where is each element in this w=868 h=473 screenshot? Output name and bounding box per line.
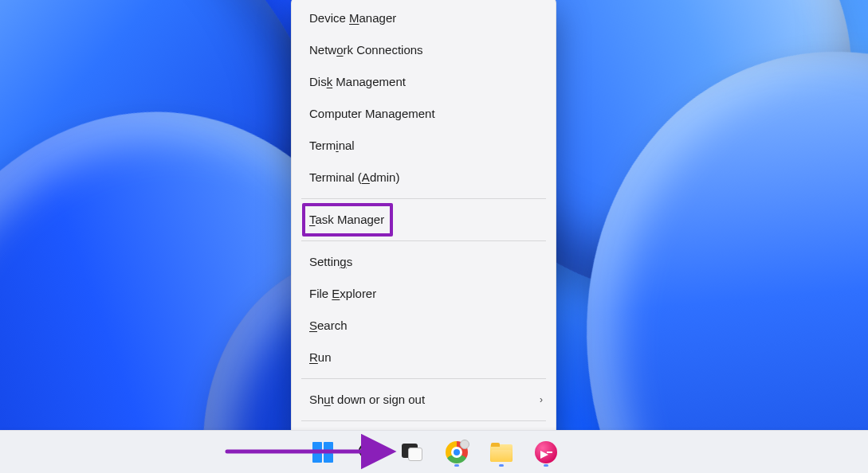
menu-item-label: Device Manager [309,11,396,25]
chrome-button[interactable] [441,436,473,468]
menu-item-label: Terminal [309,139,355,152]
menu-item-shut-down-or-sign-out[interactable]: Shut down or sign out› [292,384,556,416]
menu-item-terminal-admin-[interactable]: Terminal (Admin) [292,162,556,194]
menu-item-run[interactable]: Run [292,342,556,373]
menu-item-label: Run [309,350,332,364]
menu-item-search[interactable]: Search [292,310,556,342]
menu-item-label: Computer Management [309,107,435,120]
chevron-right-icon: › [540,392,543,408]
task-view-button[interactable] [396,436,428,468]
menu-item-file-explorer[interactable]: File Explorer [292,278,556,310]
menu-item-label: Search [309,319,348,332]
taskbar-center-group [307,436,562,468]
menu-separator [301,198,546,199]
pink-app-icon [535,441,557,463]
menu-item-label: Network Connections [309,43,423,57]
menu-item-label: Disk Management [309,75,406,88]
menu-item-network-connections[interactable]: Network Connections [292,34,556,66]
menu-item-disk-management[interactable]: Disk Management [292,66,556,98]
menu-item-label: Shut down or sign out [309,393,425,406]
menu-item-device-manager[interactable]: Device Manager [292,2,556,34]
app-pink-button[interactable] [530,436,562,468]
file-explorer-button[interactable] [485,436,517,468]
menu-separator [301,378,546,379]
search-icon [357,442,378,463]
running-indicator [454,464,459,467]
chrome-icon [446,441,468,463]
menu-separator [301,240,546,241]
menu-separator [301,420,546,421]
running-indicator [544,464,548,467]
menu-item-settings[interactable]: Settings [292,246,556,278]
search-button[interactable] [352,436,383,468]
taskbar [0,430,868,473]
task-view-icon [402,444,422,461]
menu-item-label: Terminal (Admin) [309,170,399,184]
windows-logo-icon [312,442,333,463]
menu-item-task-manager[interactable]: Task Manager [292,204,556,236]
running-indicator [499,464,504,467]
winx-context-menu: Device ManagerNetwork ConnectionsDisk Ma… [291,0,556,465]
menu-item-terminal[interactable]: Terminal [292,130,556,162]
menu-item-label: Settings [309,255,352,268]
file-explorer-icon [490,443,513,462]
menu-item-computer-management[interactable]: Computer Management [292,98,556,130]
menu-item-label: File Explorer [309,287,376,300]
menu-item-label: Task Manager [309,213,384,226]
start-button[interactable] [307,436,339,468]
